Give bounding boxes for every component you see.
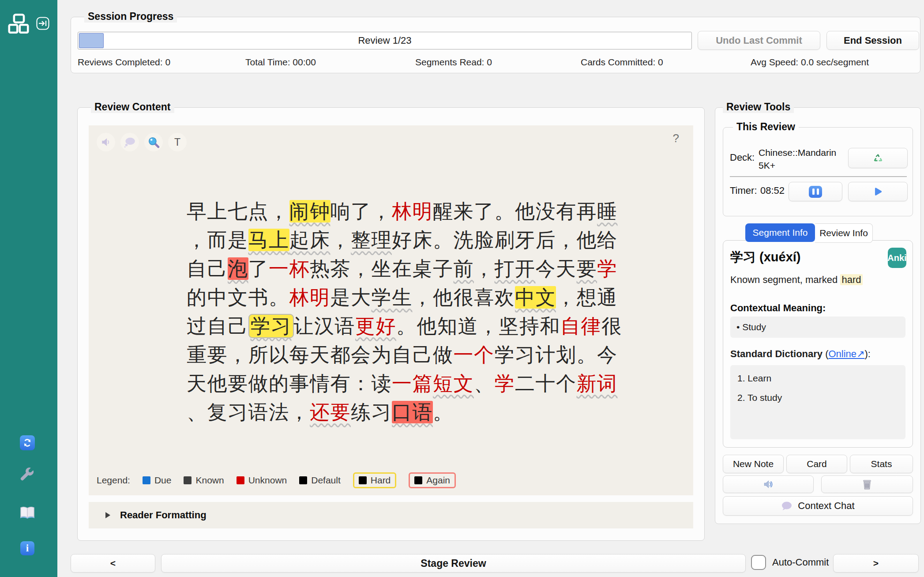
session-progress-title: Session Progress xyxy=(84,11,177,23)
previous-review-button[interactable]: < xyxy=(71,554,155,573)
stage-review-button[interactable]: Stage Review xyxy=(161,554,746,573)
speaker-icon[interactable] xyxy=(97,133,115,151)
thought-bubble-icon[interactable] xyxy=(120,133,139,151)
trash-icon xyxy=(862,479,872,490)
session-stat: Total Time: 00:00 xyxy=(245,57,316,68)
play-audio-button[interactable] xyxy=(723,475,814,493)
legend-item-label: Known xyxy=(195,475,224,486)
text-segment[interactable]: 起床 xyxy=(289,229,331,251)
text-segment[interactable]: 中文 xyxy=(515,286,556,309)
hard-mark: hard xyxy=(840,274,862,285)
collapse-panel-icon[interactable] xyxy=(36,17,49,30)
text-segment[interactable]: 自律 xyxy=(560,315,601,337)
text-segment[interactable]: 让汉语 xyxy=(294,315,356,337)
text-segment[interactable]: 学生 xyxy=(372,286,413,309)
auto-commit-checkbox[interactable] xyxy=(751,555,766,570)
text-segment[interactable]: 了 xyxy=(248,257,269,280)
session-progress-bar: Review 1/23 xyxy=(78,32,692,49)
next-review-button[interactable]: > xyxy=(833,554,919,573)
review-content-title: Review Content xyxy=(91,101,174,113)
text-segment[interactable]: ，他很喜欢 xyxy=(413,286,515,309)
reader-formatting-expander[interactable]: Reader Formatting xyxy=(89,502,693,528)
tab-segment-info[interactable]: Segment Info xyxy=(745,223,815,242)
delete-button[interactable] xyxy=(821,475,913,493)
text-segment[interactable]: 学 xyxy=(495,372,515,395)
text-segment[interactable]: 更好 xyxy=(355,315,396,337)
text-segment[interactable]: 、 xyxy=(474,372,495,395)
app-window: i Session Progress Review 1/23 Undo Last… xyxy=(0,0,924,577)
card-button[interactable]: Card xyxy=(786,455,847,473)
text-segment[interactable]: 要 xyxy=(577,257,597,280)
text-segment[interactable]: 一篇 xyxy=(392,372,433,395)
text-segment[interactable]: 打开 xyxy=(495,257,536,280)
text-segment[interactable]: 口语 xyxy=(392,401,433,423)
sync-icon[interactable] xyxy=(20,435,35,450)
legend-swatch xyxy=(299,476,307,484)
play-timer-button[interactable] xyxy=(848,182,908,201)
text-segment[interactable]: 早上七点， xyxy=(187,200,289,223)
deck-label: Deck: xyxy=(730,152,755,163)
text-segment[interactable]: 学习 xyxy=(248,314,294,338)
deck-value: Chinese::Mandarin 5K+ xyxy=(759,146,849,172)
text-segment[interactable]: ，而是 xyxy=(187,229,248,251)
text-segment[interactable]: 醒来了。他没有再 xyxy=(433,200,597,223)
reader-pane: T ? 早上七点，闹钟响了，林明醒来了。他没有再睡，而是马上起床，整理好床。洗脸… xyxy=(89,125,693,495)
text-size-button[interactable]: T xyxy=(168,133,187,151)
legend-item-known: Known xyxy=(184,475,224,486)
text-segment[interactable]: 闹钟 xyxy=(289,200,331,223)
text-segment[interactable]: 热茶，坐在桌子 xyxy=(310,257,454,280)
play-icon xyxy=(872,186,884,197)
segment-status: Known segment, marked hard xyxy=(730,274,863,286)
text-segment[interactable]: 泡 xyxy=(228,257,248,280)
magnifier-icon[interactable] xyxy=(144,133,163,151)
text-segment[interactable]: 、复习语法， xyxy=(187,401,310,423)
text-segment[interactable]: 睡 xyxy=(597,200,618,223)
text-segment[interactable]: 练习 xyxy=(351,401,392,423)
text-segment[interactable]: 短文 xyxy=(433,372,474,395)
text-segment[interactable]: ， xyxy=(474,257,495,280)
pause-timer-button[interactable] xyxy=(789,182,842,201)
context-chat-button[interactable]: Context Chat xyxy=(723,496,913,516)
dictionary-book-icon[interactable] xyxy=(19,506,36,520)
context-chat-label: Context Chat xyxy=(798,500,854,512)
text-segment[interactable]: 学 xyxy=(597,257,618,280)
text-segment[interactable]: 林明 xyxy=(392,200,433,223)
stats-button[interactable]: Stats xyxy=(850,455,913,473)
chat-bubble-icon xyxy=(781,501,793,511)
legend-item-again: Again xyxy=(409,472,456,488)
legend-item-unknown: Unknown xyxy=(237,475,287,486)
wrench-icon[interactable] xyxy=(19,467,36,484)
text-segment[interactable]: 。 xyxy=(433,401,454,423)
text-segment[interactable]: 整理 xyxy=(351,229,392,251)
text-segment[interactable]: 一杯 xyxy=(269,257,310,280)
session-progress-panel: Session Progress Review 1/23 Undo Last C… xyxy=(71,17,920,73)
text-segment[interactable]: 新词 xyxy=(577,372,618,395)
text-segment[interactable]: 还要 xyxy=(310,401,351,423)
text-segment[interactable]: 一个 xyxy=(454,343,495,366)
undo-last-commit-button[interactable]: Undo Last Commit xyxy=(698,31,820,50)
list-item: 1. Learn xyxy=(737,373,905,384)
online-dictionary-link[interactable]: Online↗ xyxy=(829,348,865,359)
text-segment[interactable]: 的中文书。 xyxy=(187,286,289,309)
text-segment[interactable]: 前 xyxy=(454,257,474,280)
text-segment[interactable]: ， xyxy=(331,229,351,251)
reader-formatting-label: Reader Formatting xyxy=(120,509,207,521)
sync-deck-button[interactable] xyxy=(848,148,908,168)
text-segment[interactable]: 是大 xyxy=(331,286,372,309)
legend-item-label: Due xyxy=(154,475,172,486)
new-note-button[interactable]: New Note xyxy=(723,455,784,473)
info-icon[interactable]: i xyxy=(20,541,34,555)
text-segment[interactable]: 马上 xyxy=(248,229,289,251)
help-icon[interactable]: ? xyxy=(673,132,679,145)
text-segment[interactable]: 。他知道，坚持和 xyxy=(396,315,560,337)
speaker-icon xyxy=(762,479,774,490)
text-segment[interactable]: 响了， xyxy=(331,200,392,223)
session-stat: Reviews Completed: 0 xyxy=(78,57,170,68)
divider xyxy=(730,176,907,177)
legend-row: Legend: DueKnownUnknownDefaultHardAgain xyxy=(97,472,456,488)
text-segment[interactable]: 林明 xyxy=(289,286,331,309)
tab-review-info[interactable]: Review Info xyxy=(815,223,873,243)
text-segment[interactable]: 今天 xyxy=(536,257,577,280)
end-session-button[interactable]: End Session xyxy=(826,31,919,50)
text-segment[interactable]: 二十个 xyxy=(515,372,577,395)
